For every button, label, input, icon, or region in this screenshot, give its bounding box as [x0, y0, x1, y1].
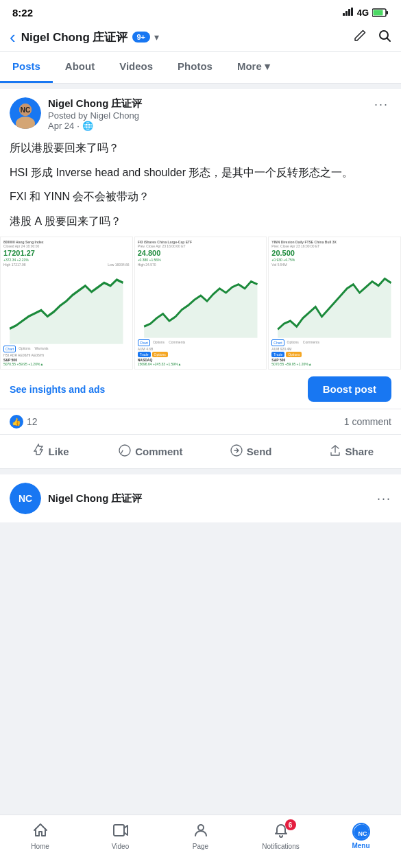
post-header: NC Nigel Chong 庄证评 Posted by Nigel Chong… — [0, 89, 401, 136]
dot-separator: · — [77, 121, 80, 131]
nav-home[interactable]: Home — [0, 819, 80, 853]
network-type: 4G — [357, 8, 369, 18]
see-insights-link[interactable]: See insights and ads — [10, 384, 105, 395]
svg-rect-1 — [345, 11, 348, 16]
pencil-icon[interactable] — [353, 29, 367, 46]
share-button[interactable]: Share — [301, 436, 401, 467]
next-post-avatar: NC — [10, 483, 41, 514]
svg-rect-5 — [387, 11, 389, 14]
svg-rect-2 — [348, 9, 350, 16]
post-more-button[interactable]: ··· — [372, 97, 391, 112]
like-icon — [32, 443, 45, 460]
svg-point-14 — [119, 445, 130, 456]
video-icon — [112, 822, 129, 841]
nav-home-label: Home — [31, 843, 49, 850]
notification-badge: 9+ — [132, 32, 151, 43]
chart-image-2[interactable]: FXI iShares China Large-Cap ETF Prev. Cl… — [134, 237, 267, 370]
post-author-sub: Posted by Nigel Chong — [48, 110, 143, 121]
home-icon — [32, 822, 49, 841]
svg-rect-6 — [374, 10, 383, 16]
signal-bars-icon — [343, 8, 354, 18]
comments-count[interactable]: 1 comment — [344, 416, 391, 427]
post-actions-row: Like Comment Send — [0, 435, 401, 469]
post-images-grid: 800000 Hang Seng Index Closed Apr 24 16:… — [0, 237, 401, 370]
next-post-name: Nigel Chong 庄证评 — [48, 492, 143, 505]
next-post-more-button[interactable]: ··· — [377, 492, 391, 506]
nav-notifications-label: Notifications — [262, 843, 299, 850]
comment-icon — [118, 444, 132, 459]
nav-menu-label: Menu — [352, 842, 369, 849]
globe-icon: 🌐 — [82, 121, 93, 131]
dropdown-chevron-icon[interactable]: ▾ — [154, 32, 159, 43]
svg-point-19 — [198, 825, 204, 830]
comment-button[interactable]: Comment — [100, 436, 200, 467]
svg-text:NC: NC — [21, 106, 30, 114]
nav-notifications[interactable]: 6 Notifications — [241, 819, 321, 853]
header-title-section: Nigel Chong 庄证评 9+ ▾ — [21, 29, 348, 45]
avatar: NC — [10, 97, 41, 129]
page-title: Nigel Chong 庄证评 — [21, 29, 128, 45]
bottom-nav: Home Video Page 6 Notificati — [0, 815, 401, 868]
svg-rect-3 — [351, 8, 353, 16]
search-icon[interactable] — [378, 29, 391, 46]
likes-count: 12 — [27, 416, 38, 427]
post-insights-row: See insights and ads Boost post — [0, 370, 401, 409]
post-author-info: Nigel Chong 庄证评 Posted by Nigel Chong Ap… — [48, 97, 143, 131]
nav-tabs: Posts About Videos Photos More ▾ — [0, 52, 401, 84]
post-stats-row: 👍 12 1 comment — [0, 409, 401, 435]
send-button[interactable]: Send — [201, 436, 301, 467]
menu-avatar-icon: NC — [352, 823, 370, 841]
nav-video-label: Video — [112, 843, 129, 850]
nav-menu[interactable]: NC Menu — [321, 820, 401, 852]
nav-page-label: Page — [193, 843, 208, 850]
svg-text:NC: NC — [358, 830, 367, 837]
status-bar: 8:22 4G — [0, 0, 401, 23]
header: ‹ Nigel Chong 庄证评 9+ ▾ — [0, 23, 401, 52]
boost-post-button[interactable]: Boost post — [308, 376, 391, 402]
post-card: NC Nigel Chong 庄证评 Posted by Nigel Chong… — [0, 89, 401, 469]
send-icon — [230, 444, 243, 459]
status-right: 4G — [343, 8, 389, 18]
post-text: 所以港股要回来了吗？ HSI 形成 Inverse head and shoul… — [0, 136, 401, 237]
share-icon — [328, 444, 342, 459]
header-actions — [353, 29, 391, 46]
back-button[interactable]: ‹ — [10, 28, 16, 46]
tab-videos[interactable]: Videos — [107, 52, 165, 83]
reactions-section: 👍 12 — [10, 415, 38, 429]
tab-photos[interactable]: Photos — [165, 52, 225, 83]
nav-page[interactable]: Page — [160, 819, 241, 853]
like-reaction-badge: 👍 — [10, 415, 23, 429]
status-time: 8:22 — [12, 7, 33, 19]
page-icon — [193, 822, 209, 841]
like-button[interactable]: Like — [0, 436, 100, 467]
post-author-name: Nigel Chong 庄证评 — [48, 97, 143, 110]
chart-image-3[interactable]: YINN Direxion Daily FTSE China Bull 3X P… — [268, 237, 401, 370]
notification-count-badge: 6 — [285, 819, 296, 830]
nav-video[interactable]: Video — [80, 819, 160, 853]
tab-posts[interactable]: Posts — [0, 52, 53, 83]
chart-image-1[interactable]: 800000 Hang Seng Index Closed Apr 24 16:… — [0, 237, 133, 370]
svg-line-8 — [387, 38, 391, 41]
svg-text:NC: NC — [19, 493, 32, 504]
post-date: Apr 24 · 🌐 — [48, 121, 143, 131]
tab-more[interactable]: More ▾ — [225, 52, 282, 83]
battery-icon — [372, 8, 389, 17]
svg-rect-0 — [343, 13, 345, 16]
tab-about[interactable]: About — [53, 52, 107, 83]
svg-rect-18 — [114, 825, 124, 836]
next-post-preview: NC Nigel Chong 庄证评 ··· — [0, 474, 401, 522]
